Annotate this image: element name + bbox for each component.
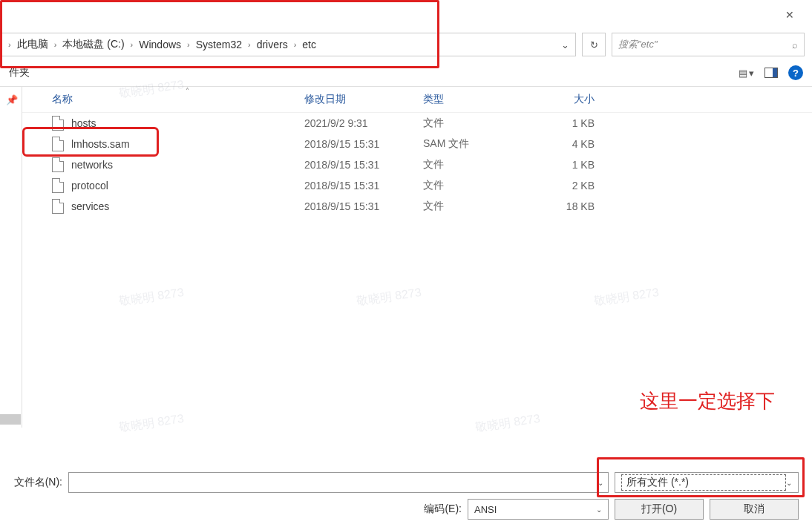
file-size: 2 KB [531, 180, 605, 192]
column-type[interactable]: 类型 [423, 93, 531, 106]
titlebar: ✕ [0, 0, 812, 30]
organize-label[interactable]: 件夹 [9, 66, 30, 79]
file-type: 文件 [423, 158, 531, 171]
preview-toggle[interactable] [764, 68, 778, 78]
breadcrumb-item[interactable]: etc [299, 39, 319, 50]
file-icon [52, 137, 64, 151]
filename-row: 文件名(N): ⌄ 所有文件 (*.*) ⌄ [6, 469, 799, 496]
toolbar: 件夹 ▤ ▾ ? [0, 59, 812, 86]
chevron-right-icon: › [51, 40, 60, 49]
file-row[interactable]: hosts2021/9/2 9:31文件1 KB [22, 113, 812, 134]
chevron-right-icon: › [184, 40, 193, 49]
help-button[interactable]: ? [788, 65, 803, 80]
chevron-down-icon[interactable]: ⌄ [555, 39, 575, 50]
main-area: 📌 ˄ 名称 修改日期 类型 大小 hosts2021/9/2 9:31文件1 … [0, 86, 812, 428]
file-date: 2018/9/15 15:31 [304, 180, 423, 192]
file-type: SAM 文件 [423, 137, 531, 151]
file-row[interactable]: services2018/9/15 15:31文件18 KB [22, 196, 812, 217]
breadcrumb-item[interactable]: drivers [254, 39, 291, 50]
list-header: 名称 修改日期 类型 大小 [22, 87, 812, 113]
filetype-select[interactable]: 所有文件 (*.*) ⌄ [615, 472, 799, 493]
search-icon: ⌕ [792, 39, 798, 50]
encoding-select[interactable]: ANSI ⌄ [468, 499, 609, 520]
file-name: services [71, 200, 304, 212]
chevron-down-icon: ⌄ [596, 506, 602, 514]
address-row: › 此电脑 › 本地磁盘 (C:) › Windows › System32 ›… [0, 30, 812, 59]
file-icon [52, 178, 64, 193]
preview-icon [764, 68, 778, 78]
file-size: 1 KB [531, 159, 605, 171]
file-row[interactable]: lmhosts.sam2018/9/15 15:31SAM 文件4 KB [22, 134, 812, 154]
file-name: hosts [71, 117, 304, 129]
bottom-panel: 文件名(N): ⌄ 所有文件 (*.*) ⌄ 编码(E): ANSI ⌄ 打开(… [0, 469, 805, 523]
column-date[interactable]: 修改日期 [304, 93, 423, 106]
open-label: 打开(O) [641, 503, 677, 516]
breadcrumb[interactable]: › 此电脑 › 本地磁盘 (C:) › Windows › System32 ›… [0, 33, 576, 56]
view-options-button[interactable]: ▤ ▾ [739, 68, 754, 79]
column-name[interactable]: 名称 [52, 93, 304, 106]
encoding-row: 编码(E): ANSI ⌄ 打开(O) 取消 [6, 496, 799, 523]
pin-icon[interactable]: 📌 [6, 94, 18, 105]
view-icon: ▤ [739, 68, 747, 79]
file-name: lmhosts.sam [71, 138, 304, 150]
filetype-value: 所有文件 (*.*) [621, 474, 786, 491]
cancel-button[interactable]: 取消 [710, 499, 799, 520]
chevron-right-icon: › [245, 40, 254, 49]
refresh-icon: ↻ [590, 39, 598, 50]
open-button[interactable]: 打开(O) [615, 499, 704, 520]
encoding-label: 编码(E): [424, 503, 462, 516]
file-row[interactable]: protocol2018/9/15 15:31文件2 KB [22, 175, 812, 196]
file-size: 18 KB [531, 200, 605, 212]
refresh-button[interactable]: ↻ [582, 33, 606, 56]
close-icon: ✕ [785, 9, 794, 21]
breadcrumb-item[interactable]: 此电脑 [14, 38, 51, 51]
file-icon [52, 157, 64, 172]
file-size: 4 KB [531, 138, 605, 150]
close-button[interactable]: ✕ [773, 4, 806, 26]
chevron-down-icon: ⌄ [786, 479, 792, 487]
search-placeholder: 搜索"etc" [618, 38, 792, 51]
chevron-down-icon: ⌄ [597, 479, 603, 487]
file-date: 2018/9/15 15:31 [304, 159, 423, 171]
file-icon [52, 116, 64, 131]
file-list: ˄ 名称 修改日期 类型 大小 hosts2021/9/2 9:31文件1 KB… [22, 87, 812, 428]
file-date: 2018/9/15 15:31 [304, 138, 423, 150]
file-type: 文件 [423, 117, 531, 130]
file-type: 文件 [423, 179, 531, 192]
cancel-label: 取消 [744, 503, 764, 516]
help-icon: ? [793, 68, 799, 79]
sidebar: 📌 [0, 87, 22, 428]
file-icon [52, 199, 64, 214]
chevron-down-icon: ▾ [749, 68, 754, 79]
breadcrumb-item[interactable]: 本地磁盘 (C:) [59, 38, 127, 51]
filename-input[interactable]: ⌄ [68, 472, 609, 493]
annotation-text: 这里一定选择下 [640, 388, 775, 414]
file-name: networks [71, 159, 304, 171]
breadcrumb-item[interactable]: System32 [193, 39, 245, 50]
file-date: 2018/9/15 15:31 [304, 200, 423, 212]
encoding-value: ANSI [474, 504, 596, 515]
file-size: 1 KB [531, 117, 605, 129]
chevron-right-icon: › [128, 40, 137, 49]
file-name: protocol [71, 180, 304, 192]
chevron-right-icon: › [5, 40, 14, 49]
chevron-right-icon: › [291, 40, 300, 49]
sort-indicator-icon: ˄ [186, 87, 189, 95]
column-size[interactable]: 大小 [531, 93, 605, 106]
breadcrumb-item[interactable]: Windows [136, 39, 184, 50]
file-date: 2021/9/2 9:31 [304, 117, 423, 129]
search-input[interactable]: 搜索"etc" ⌕ [612, 33, 805, 56]
file-type: 文件 [423, 200, 531, 213]
sidebar-handle[interactable] [0, 414, 21, 425]
file-row[interactable]: networks2018/9/15 15:31文件1 KB [22, 154, 812, 175]
filename-label: 文件名(N): [6, 476, 62, 489]
